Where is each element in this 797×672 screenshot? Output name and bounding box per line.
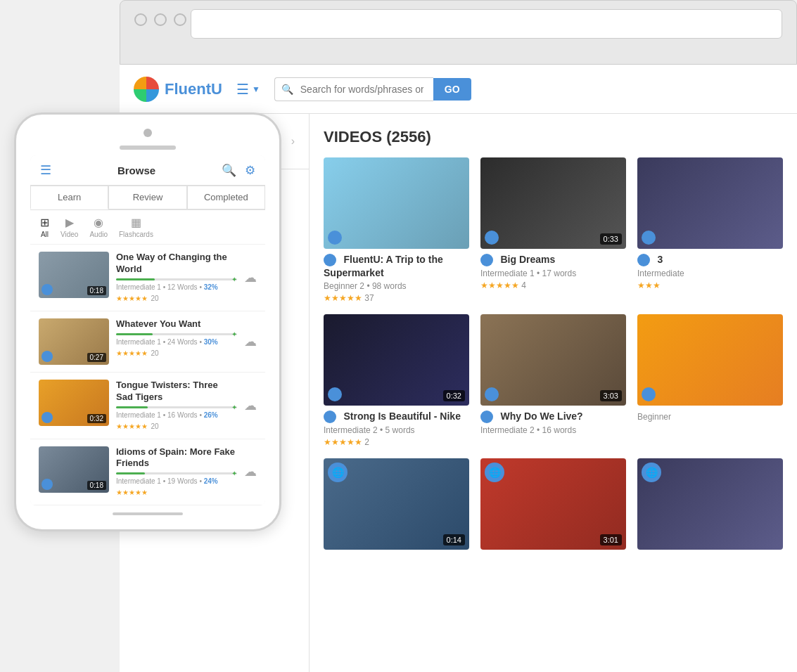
phone-tab-review[interactable]: Review [108,186,186,209]
phone-stars-row-1: ★★★★★ 20 [116,291,237,304]
phone-hamburger-icon[interactable]: ☰ [40,162,51,178]
video-info-6: Beginner [637,406,783,422]
browser-dot-2[interactable] [154,13,167,26]
browser-dot-1[interactable] [134,13,147,26]
video-thumb-8: 🌐 3:01 [480,458,626,550]
video-card-8[interactable]: 🌐 3:01 [480,458,626,550]
phone-meta-2: Intermediate 1 • 24 Words • 30% [116,338,237,346]
phone-progress-3: ✦ [116,406,237,408]
stars-2: ★★★★★ 4 [480,280,626,290]
phone-download-4[interactable]: ☁ [244,464,257,479]
go-button[interactable]: GO [433,78,471,101]
phone-download-2[interactable]: ☁ [244,334,257,349]
play-icon-2 [485,231,499,245]
video-card-6[interactable]: Beginner [637,314,783,447]
video-thumb-4: 0:32 [324,314,469,406]
phone-download-1[interactable]: ☁ [244,270,257,285]
phone-stars-row-2: ★★★★★ 20 [116,346,237,358]
phone-title-1: One Way of Changing the World [116,252,237,276]
phone-filter-icon[interactable]: ⚙ [245,163,255,178]
video-info-4: Strong Is Beautiful - Nike Intermediate … [324,406,469,447]
phone-search-icon[interactable]: 🔍 [222,163,236,178]
video-title-3: 3 [657,254,663,265]
phone-progress-fill-4 [116,472,145,474]
phone-progress-icon-4: ✦ [231,470,237,477]
video-thumb-5: 3:03 [480,314,626,406]
phone-progress-4: ✦ [116,472,237,474]
video-card-7[interactable]: 🌐 0:14 [324,458,469,550]
video-card-9[interactable]: 🌐 [637,458,783,550]
video-meta-5: Intermediate 2 • 16 words [480,425,626,435]
logo-icon [134,77,159,102]
stars-4: ★★★★★ 2 [324,437,469,447]
phone-tab-learn[interactable]: Learn [30,186,108,209]
phone-view-flashcards[interactable]: ▦ Flashcards [119,216,153,238]
phone-info-2: Whatever You Want ✦ Intermediate 1 • 24 … [116,318,237,358]
phone-meta-4: Intermediate 1 • 19 Words • 24% [116,477,237,485]
phone-stars-row-3: ★★★★★ 20 [116,419,237,432]
phone-header-icons: 🔍 ⚙ [222,163,255,178]
search-input[interactable] [274,77,433,101]
stars-1: ★★★★★ 37 [324,293,469,303]
menu-button[interactable]: ☰ ▼ [236,81,260,98]
play-icon-6 [642,387,656,401]
phone-video-item-1[interactable]: 0:18 One Way of Changing the World ✦ Int… [30,245,265,311]
phone-video-item-4[interactable]: 0:18 Idioms of Spain: More Fake Friends … [30,439,265,506]
phone-video-item-2[interactable]: 0:27 Whatever You Want ✦ Intermediate 1 … [30,311,265,373]
flashcards-icon: ▦ [131,216,141,229]
play-icon-1 [328,231,342,245]
play-badge-5 [480,411,493,423]
main-content: VIDEOS (2556) FluentU: A Trip to the Sup… [310,114,797,564]
phone-download-3[interactable]: ☁ [244,398,257,413]
phone-info-1: One Way of Changing the World ✦ Intermed… [116,252,237,304]
phone-view-types: ⊞ All ▶ Video ◉ Audio ▦ Flashcards [30,210,265,245]
video-info-3: 3 Intermediate ★★★ [637,249,783,290]
play-badge-2 [480,254,493,266]
video-meta-3: Intermediate [637,269,783,278]
phone-duration-2: 0:27 [87,353,106,362]
videos-title: VIDEOS (2556) [324,128,783,146]
phone-play-4 [42,479,53,490]
phone-progress-fill-3 [116,406,148,408]
phone-duration-1: 0:18 [87,286,106,295]
play-badge-1 [324,254,336,266]
phone-title-4: Idioms of Spain: More Fake Friends [116,446,237,470]
phone-browse-title: Browse [117,164,155,176]
video-duration-7: 0:14 [443,534,465,545]
phone-meta-1: Intermediate 1 • 12 Words • 32% [116,283,237,291]
phone-title-3: Tongue Twisters: Three Sad Tigers [116,380,237,403]
phone-video-item-3[interactable]: 0:32 Tongue Twisters: Three Sad Tigers ✦… [30,373,265,439]
video-meta-1: Beginner 2 • 98 words [324,281,469,291]
video-card-4[interactable]: 0:32 Strong Is Beautiful - Nike Intermed… [324,314,469,447]
phone-view-video[interactable]: ▶ Video [60,216,78,238]
video-card-2[interactable]: 0:33 Big Dreams Intermediate 1 • 17 word… [480,157,626,303]
phone-view-all[interactable]: ⊞ All [40,216,49,238]
video-meta-2: Intermediate 1 • 17 words [480,269,626,278]
video-title-5: Why Do We Live? [500,411,582,422]
globe-icon-9: 🌐 [642,463,661,482]
phone-camera [144,129,152,137]
phone-progress-fill-2 [116,333,153,335]
hamburger-icon: ☰ [236,81,249,98]
video-info-5: Why Do We Live? Intermediate 2 • 16 word… [480,406,626,435]
video-grid: FluentU: A Trip to the Supermarket Begin… [324,157,783,550]
browser-address-bar[interactable] [191,9,782,39]
video-info-1: FluentU: A Trip to the Supermarket Begin… [324,249,469,303]
play-badge-3 [637,254,650,266]
video-thumb-3 [637,157,783,249]
phone-tab-completed[interactable]: Completed [187,186,265,209]
phone-meta-3: Intermediate 1 • 16 Words • 26% [116,411,237,419]
video-card-3[interactable]: 3 Intermediate ★★★ [637,157,783,303]
play-badge-4 [324,411,336,423]
video-card-1[interactable]: FluentU: A Trip to the Supermarket Begin… [324,157,469,303]
video-title-2: Big Dreams [500,254,555,265]
video-card-5[interactable]: 3:03 Why Do We Live? Intermediate 2 • 16… [480,314,626,447]
phone-info-4: Idioms of Spain: More Fake Friends ✦ Int… [116,446,237,498]
video-duration-2: 0:33 [600,233,622,245]
video-title-1: FluentU: A Trip to the Supermarket [324,254,443,278]
phone-view-audio[interactable]: ◉ Audio [89,216,108,238]
app-header: FluentU ☰ ▼ 🔍 GO [120,65,797,114]
browser-dot-3[interactable] [174,13,186,26]
audio-icon: ◉ [94,216,103,229]
stars-3: ★★★ [637,280,783,290]
